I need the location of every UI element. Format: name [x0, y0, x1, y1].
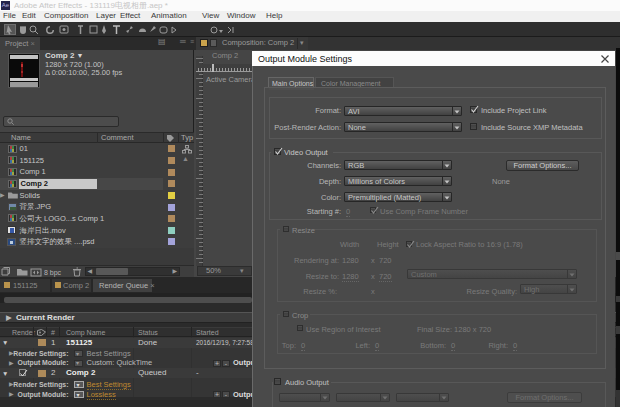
- svg-text:8 bpc: 8 bpc: [44, 269, 62, 277]
